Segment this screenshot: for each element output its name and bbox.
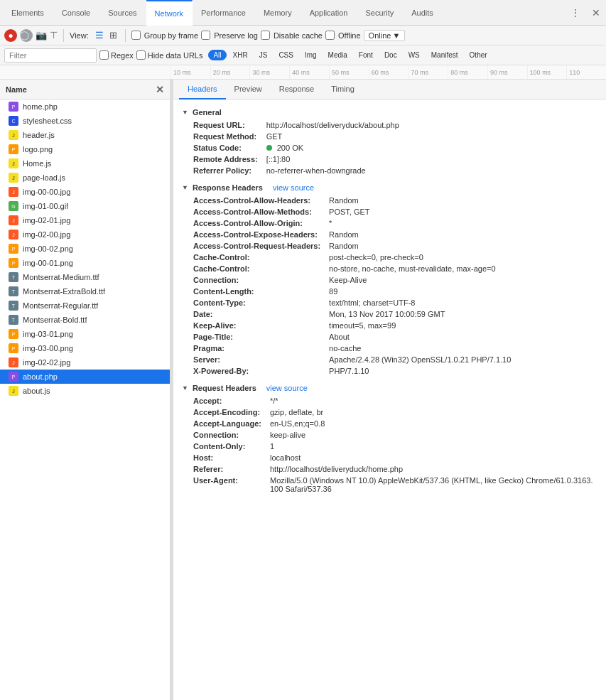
request-headers-triangle-icon: ▼ bbox=[182, 384, 188, 392]
file-type-icon: T bbox=[9, 315, 18, 325]
preserve-log-label: Preserve log bbox=[201, 31, 258, 40]
table-row: Server:Apache/2.4.28 (Win32) OpenSSL/1.0… bbox=[182, 354, 597, 365]
filter-type-manifest[interactable]: Manifest bbox=[426, 50, 463, 60]
response-headers-table: Access-Control-Allow-Headers:RandomAcces… bbox=[182, 195, 597, 377]
filter-icon[interactable]: ⊤ bbox=[50, 30, 58, 41]
ruler-tick-7: 80 ms bbox=[448, 65, 487, 79]
list-item[interactable]: TMontserrat-Medium.ttf bbox=[0, 270, 170, 284]
list-item[interactable]: Jimg-00-00.jpg bbox=[0, 185, 170, 199]
table-row: Host:localhost bbox=[182, 452, 597, 463]
ruler-tick-9: 100 ms bbox=[527, 65, 567, 79]
filter-input[interactable] bbox=[4, 48, 97, 63]
file-list-close-icon[interactable]: ✕ bbox=[156, 84, 164, 95]
referrer-policy-value: no-referrer-when-downgrade bbox=[264, 165, 597, 176]
filter-type-css[interactable]: CSS bbox=[274, 50, 298, 60]
list-item[interactable]: Jimg-02-00.jpg bbox=[0, 227, 170, 242]
list-item[interactable]: Plogo.png bbox=[0, 142, 170, 156]
list-item[interactable]: Jimg-02-02.jpg bbox=[0, 355, 170, 370]
tab-sources[interactable]: Sources bbox=[99, 0, 146, 26]
detail-tab-response[interactable]: Response bbox=[271, 80, 323, 99]
list-item[interactable]: Jimg-02-01.jpg bbox=[0, 213, 170, 227]
header-value: About bbox=[326, 331, 597, 343]
list-item[interactable]: Jheader.js bbox=[0, 128, 170, 142]
list-item[interactable]: TMontserrat-Regular.ttf bbox=[0, 298, 170, 313]
detail-tab-timing[interactable]: Timing bbox=[323, 80, 363, 99]
response-headers-triangle-icon: ▼ bbox=[182, 184, 188, 191]
list-item[interactable]: Jpage-load.js bbox=[0, 171, 170, 185]
list-item[interactable]: Phome.php bbox=[0, 99, 170, 114]
table-row: Request Method: GET bbox=[182, 131, 597, 142]
file-list-pane: Name ✕ Phome.phpCstylesheet.cssJheader.j… bbox=[0, 80, 171, 700]
hide-data-urls-checkbox[interactable] bbox=[136, 50, 146, 60]
file-type-icon: J bbox=[9, 187, 18, 197]
filter-type-media[interactable]: Media bbox=[323, 50, 352, 60]
offline-checkbox[interactable] bbox=[325, 31, 335, 40]
regex-label: Regex bbox=[99, 50, 134, 60]
filter-type-js[interactable]: JS bbox=[254, 50, 273, 60]
list-item[interactable]: Pimg-00-01.png bbox=[0, 256, 170, 270]
list-item[interactable]: Pimg-03-00.png bbox=[0, 341, 170, 355]
table-row: Access-Control-Expose-Headers:Random bbox=[182, 229, 597, 240]
list-item[interactable]: Gimg-01-00.gif bbox=[0, 199, 170, 213]
filter-type-all[interactable]: All bbox=[208, 50, 226, 60]
file-type-icon: P bbox=[9, 329, 18, 339]
tab-console[interactable]: Console bbox=[53, 0, 99, 26]
list-item[interactable]: JHome.js bbox=[0, 156, 170, 171]
list-item[interactable]: Pabout.php bbox=[0, 370, 170, 384]
preserve-log-checkbox[interactable] bbox=[201, 31, 210, 40]
file-type-icon: J bbox=[9, 357, 18, 367]
response-headers-section-header[interactable]: ▼ Response Headers view source bbox=[182, 181, 597, 195]
filter-type-doc[interactable]: Doc bbox=[379, 50, 402, 60]
header-key: Cache-Control: bbox=[182, 252, 326, 263]
table-row: Pragma:no-cache bbox=[182, 343, 597, 354]
disable-cache-label: Disable cache bbox=[261, 31, 323, 40]
record-button[interactable]: ● bbox=[4, 29, 17, 42]
detail-tab-preview[interactable]: Preview bbox=[226, 80, 271, 99]
header-value: no-cache bbox=[326, 343, 597, 354]
more-tabs-icon[interactable]: ⋮ bbox=[568, 4, 583, 21]
file-type-icon: J bbox=[9, 386, 18, 396]
list-item[interactable]: Pimg-03-01.png bbox=[0, 327, 170, 341]
detail-tab-headers[interactable]: Headers bbox=[179, 80, 226, 99]
filter-type-xhr[interactable]: XHR bbox=[228, 50, 253, 60]
general-section-header[interactable]: ▼ General bbox=[182, 105, 597, 119]
view-icon-group: ☰ ⊞ bbox=[93, 29, 119, 41]
list-item[interactable]: Jabout.js bbox=[0, 384, 170, 398]
clear-button[interactable]: ⃝ bbox=[20, 29, 33, 42]
list-item[interactable]: Cstylesheet.css bbox=[0, 114, 170, 128]
filter-type-other[interactable]: Other bbox=[465, 50, 492, 60]
filter-type-img[interactable]: Img bbox=[300, 50, 322, 60]
tab-elements[interactable]: Elements bbox=[3, 0, 53, 26]
request-method-value: GET bbox=[264, 131, 597, 142]
file-type-icon: P bbox=[9, 258, 18, 268]
header-key: Content-Only: bbox=[182, 441, 267, 452]
response-headers-view-source-link[interactable]: view source bbox=[273, 183, 314, 192]
online-dropdown[interactable]: Online ▼ bbox=[364, 30, 406, 41]
request-headers-section-header[interactable]: ▼ Request Headers view source bbox=[182, 381, 597, 395]
camera-icon[interactable]: 📷 bbox=[36, 30, 47, 41]
main-area: Name ✕ Phome.phpCstylesheet.cssJheader.j… bbox=[0, 80, 606, 700]
header-value: timeout=5, max=99 bbox=[326, 320, 597, 331]
list-view-icon[interactable]: ☰ bbox=[93, 29, 106, 41]
disable-cache-checkbox[interactable] bbox=[261, 31, 270, 40]
list-item[interactable]: TMontserrat-ExtraBold.ttf bbox=[0, 284, 170, 298]
request-headers-view-source-link[interactable]: view source bbox=[266, 384, 308, 392]
group-by-frame-checkbox[interactable] bbox=[131, 31, 141, 40]
tab-audits[interactable]: Audits bbox=[403, 0, 443, 26]
tab-security[interactable]: Security bbox=[357, 0, 403, 26]
tab-application[interactable]: Application bbox=[301, 0, 357, 26]
tab-performance[interactable]: Performance bbox=[193, 0, 255, 26]
list-item[interactable]: Pimg-00-02.png bbox=[0, 242, 170, 256]
close-devtools-icon[interactable]: ✕ bbox=[589, 4, 603, 21]
header-value: keep-alive bbox=[267, 429, 597, 441]
tab-more-area: ⋮ ✕ bbox=[568, 4, 603, 21]
status-dot-icon bbox=[266, 145, 272, 151]
filter-type-font[interactable]: Font bbox=[354, 50, 378, 60]
file-name: img-00-00.jpg bbox=[23, 188, 70, 196]
grid-view-icon[interactable]: ⊞ bbox=[107, 29, 119, 41]
list-item[interactable]: TMontserrat-Bold.ttf bbox=[0, 313, 170, 327]
filter-type-ws[interactable]: WS bbox=[404, 50, 425, 60]
regex-checkbox[interactable] bbox=[99, 50, 109, 60]
tab-network[interactable]: Network bbox=[146, 0, 193, 26]
tab-memory[interactable]: Memory bbox=[255, 0, 301, 26]
